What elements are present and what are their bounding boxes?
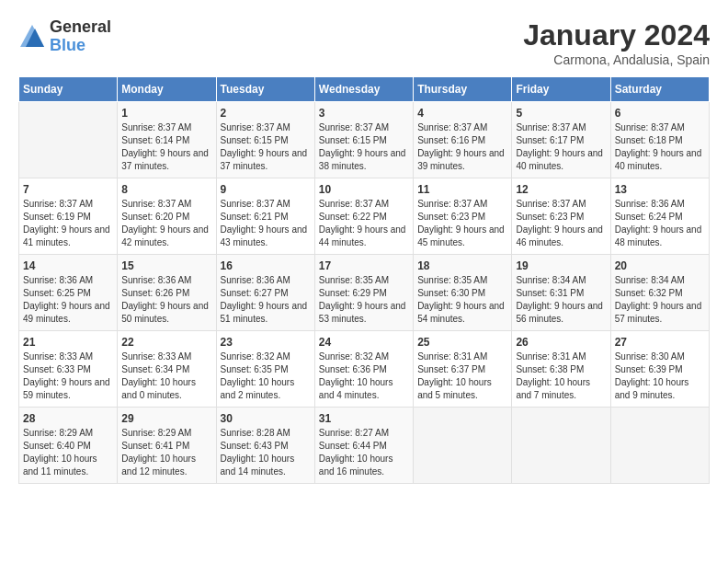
day-info: Sunrise: 8:34 AM Sunset: 6:32 PM Dayligh… [615,274,705,326]
day-number: 12 [516,183,606,196]
daylight-text: Daylight: 9 hours and 40 minutes. [516,148,603,171]
day-number: 13 [615,183,705,196]
calendar-table: SundayMondayTuesdayWednesdayThursdayFrid… [18,76,710,484]
daylight-text: Daylight: 9 hours and 41 minutes. [23,224,110,247]
sunrise-text: Sunrise: 8:27 AM [319,428,389,438]
sunrise-text: Sunrise: 8:32 AM [221,351,290,362]
sunset-text: Sunset: 6:19 PM [23,212,91,222]
day-info: Sunrise: 8:37 AM Sunset: 6:19 PM Dayligh… [23,198,113,249]
sunrise-text: Sunrise: 8:31 AM [417,351,487,362]
sunset-text: Sunset: 6:37 PM [417,364,485,374]
logo-text: General Blue [50,18,111,55]
day-info: Sunrise: 8:37 AM Sunset: 6:23 PM Dayligh… [417,198,507,249]
weekday-header-friday: Friday [512,77,610,102]
calendar-cell: 5 Sunrise: 8:37 AM Sunset: 6:17 PM Dayli… [512,102,610,178]
sunrise-text: Sunrise: 8:37 AM [319,122,389,132]
weekday-header-row: SundayMondayTuesdayWednesdayThursdayFrid… [19,77,710,102]
logo-general: General [50,18,111,37]
sunset-text: Sunset: 6:32 PM [615,288,683,298]
calendar-header: SundayMondayTuesdayWednesdayThursdayFrid… [19,77,710,102]
daylight-text: Daylight: 9 hours and 50 minutes. [121,301,209,324]
calendar-week-row: 21 Sunrise: 8:33 AM Sunset: 6:33 PM Dayl… [19,331,710,408]
day-number: 3 [319,107,409,120]
weekday-header-tuesday: Tuesday [216,77,314,102]
daylight-text: Daylight: 9 hours and 56 minutes. [516,301,603,324]
calendar-cell: 13 Sunrise: 8:36 AM Sunset: 6:24 PM Dayl… [610,178,709,255]
day-number: 5 [516,107,606,120]
calendar-cell: 20 Sunrise: 8:34 AM Sunset: 6:32 PM Dayl… [610,255,709,331]
sunset-text: Sunset: 6:25 PM [23,288,91,298]
sunrise-text: Sunrise: 8:28 AM [221,428,290,438]
sunrise-text: Sunrise: 8:35 AM [417,275,487,285]
calendar-week-row: 14 Sunrise: 8:36 AM Sunset: 6:25 PM Dayl… [19,255,710,331]
calendar-week-row: 28 Sunrise: 8:29 AM Sunset: 6:40 PM Dayl… [19,408,710,484]
calendar-cell: 8 Sunrise: 8:37 AM Sunset: 6:20 PM Dayli… [118,178,216,255]
day-number: 23 [221,336,311,349]
calendar-cell: 23 Sunrise: 8:32 AM Sunset: 6:35 PM Dayl… [216,331,314,408]
day-number: 20 [615,259,705,272]
day-number: 6 [615,107,705,120]
day-number: 28 [23,412,113,425]
day-info: Sunrise: 8:37 AM Sunset: 6:20 PM Dayligh… [121,198,211,249]
sunrise-text: Sunrise: 8:36 AM [23,275,93,285]
day-number: 30 [221,412,311,425]
daylight-text: Daylight: 9 hours and 57 minutes. [615,301,702,324]
day-info: Sunrise: 8:37 AM Sunset: 6:15 PM Dayligh… [221,121,311,173]
day-number: 29 [121,412,211,425]
sunrise-text: Sunrise: 8:36 AM [615,199,685,209]
sunset-text: Sunset: 6:44 PM [319,441,387,451]
sunset-text: Sunset: 6:14 PM [121,135,189,145]
sunrise-text: Sunrise: 8:37 AM [23,199,93,209]
day-info: Sunrise: 8:29 AM Sunset: 6:40 PM Dayligh… [23,427,113,478]
sunset-text: Sunset: 6:17 PM [516,135,584,145]
sunrise-text: Sunrise: 8:37 AM [417,122,487,132]
daylight-text: Daylight: 9 hours and 44 minutes. [319,224,406,247]
day-info: Sunrise: 8:32 AM Sunset: 6:36 PM Dayligh… [319,350,409,402]
day-info: Sunrise: 8:37 AM Sunset: 6:22 PM Dayligh… [319,198,409,249]
day-number: 2 [221,107,311,120]
sunset-text: Sunset: 6:22 PM [319,212,387,222]
sunrise-text: Sunrise: 8:33 AM [23,351,93,362]
calendar-body: 1 Sunrise: 8:37 AM Sunset: 6:14 PM Dayli… [19,102,710,484]
calendar-cell: 30 Sunrise: 8:28 AM Sunset: 6:43 PM Dayl… [216,408,314,484]
calendar-cell: 24 Sunrise: 8:32 AM Sunset: 6:36 PM Dayl… [314,331,413,408]
day-info: Sunrise: 8:30 AM Sunset: 6:39 PM Dayligh… [615,350,705,402]
daylight-text: Daylight: 9 hours and 49 minutes. [23,301,110,324]
logo-blue: Blue [50,37,111,55]
calendar-cell: 19 Sunrise: 8:34 AM Sunset: 6:31 PM Dayl… [512,255,610,331]
day-number: 10 [319,183,409,196]
day-info: Sunrise: 8:36 AM Sunset: 6:27 PM Dayligh… [221,274,311,326]
calendar-cell: 15 Sunrise: 8:36 AM Sunset: 6:26 PM Dayl… [118,255,216,331]
day-info: Sunrise: 8:31 AM Sunset: 6:37 PM Dayligh… [417,350,507,402]
logo-icon [18,23,46,51]
day-info: Sunrise: 8:27 AM Sunset: 6:44 PM Dayligh… [319,427,409,478]
day-number: 7 [23,183,113,196]
day-info: Sunrise: 8:32 AM Sunset: 6:35 PM Dayligh… [221,350,311,402]
day-info: Sunrise: 8:37 AM Sunset: 6:14 PM Dayligh… [121,121,211,173]
sunrise-text: Sunrise: 8:37 AM [516,122,586,132]
sunset-text: Sunset: 6:36 PM [319,364,387,374]
calendar-cell: 7 Sunrise: 8:37 AM Sunset: 6:19 PM Dayli… [19,178,118,255]
day-info: Sunrise: 8:37 AM Sunset: 6:16 PM Dayligh… [417,121,507,173]
daylight-text: Daylight: 10 hours and 0 minutes. [121,377,196,400]
sunset-text: Sunset: 6:15 PM [319,135,387,145]
day-number: 19 [516,259,606,272]
daylight-text: Daylight: 9 hours and 38 minutes. [319,148,406,171]
day-number: 9 [221,183,311,196]
weekday-header-sunday: Sunday [19,77,118,102]
daylight-text: Daylight: 9 hours and 59 minutes. [23,377,110,400]
page-header: General Blue January 2024 Carmona, Andal… [18,18,710,67]
sunset-text: Sunset: 6:27 PM [221,288,289,298]
calendar-cell: 2 Sunrise: 8:37 AM Sunset: 6:15 PM Dayli… [216,102,314,178]
month-year: January 2024 [523,18,710,52]
day-number: 24 [319,336,409,349]
day-info: Sunrise: 8:37 AM Sunset: 6:15 PM Dayligh… [319,121,409,173]
daylight-text: Daylight: 9 hours and 51 minutes. [221,301,308,324]
sunrise-text: Sunrise: 8:37 AM [121,122,191,132]
day-info: Sunrise: 8:33 AM Sunset: 6:33 PM Dayligh… [23,350,113,402]
calendar-cell [414,408,512,484]
day-number: 4 [417,107,507,120]
sunrise-text: Sunrise: 8:31 AM [516,351,586,362]
logo: General Blue [18,18,111,55]
sunset-text: Sunset: 6:35 PM [221,364,289,374]
